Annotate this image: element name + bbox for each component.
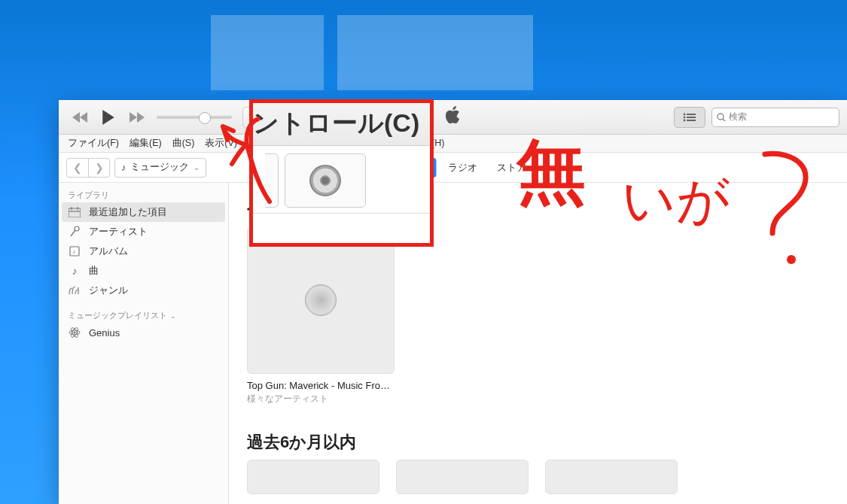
- menu-edit[interactable]: 編集(E): [125, 135, 166, 151]
- recently-added-icon: [68, 207, 81, 217]
- album-title: Top Gun: Maverick - Music Fro…: [247, 380, 395, 391]
- search-placeholder: 検索: [729, 111, 747, 123]
- genius-atom-icon: [68, 326, 81, 339]
- section-title-today: 今日: [247, 198, 829, 220]
- sidebar-item-recently-added[interactable]: 最近追加した項目: [62, 202, 225, 222]
- tab-library[interactable]: ライブラリ: [372, 158, 436, 178]
- sidebar-item-label: 最近追加した項目: [89, 205, 167, 219]
- apple-logo-icon: [446, 106, 461, 129]
- main-content: 今日 Top Gun: Maverick - Music Fro… 様々なアーテ…: [229, 183, 847, 504]
- tab-store[interactable]: ストア: [489, 158, 534, 178]
- media-type-label: ミュージック: [130, 161, 189, 174]
- sidebar-item-label: アーティスト: [89, 225, 148, 238]
- album-icon: ♪: [68, 246, 81, 257]
- svg-point-8: [718, 114, 724, 120]
- transport-controls: [66, 107, 151, 128]
- album-card-placeholder[interactable]: [247, 460, 379, 494]
- section-title-6months: 過去6か月以内: [247, 431, 829, 454]
- sidebar-item-genres[interactable]: ジャンル: [59, 281, 228, 300]
- titlebar: 検索: [59, 100, 847, 135]
- svg-point-21: [74, 332, 76, 334]
- nav-row: ❮ ❯ ♪ ミュージック ⌄ ライブラリ ラジオ ストア: [59, 153, 847, 183]
- music-note-icon: ♪: [121, 162, 126, 173]
- album-art-placeholder: [247, 226, 395, 374]
- menu-account[interactable]: アカウント(A): [325, 135, 396, 151]
- menu-view[interactable]: 表示(V): [200, 135, 242, 151]
- svg-rect-5: [687, 117, 696, 118]
- chevron-down-icon: ⌄: [170, 312, 176, 320]
- sidebar-item-label: ジャンル: [89, 284, 128, 297]
- chevron-updown-icon: ⌄: [193, 163, 200, 172]
- prev-track-button[interactable]: [66, 107, 93, 128]
- menu-help[interactable]: ヘルプ(H): [398, 135, 449, 151]
- nav-forward-button[interactable]: ❯: [88, 159, 109, 177]
- svg-text:♪: ♪: [72, 248, 75, 255]
- sidebar-item-genius[interactable]: Genius: [59, 323, 228, 342]
- sidebar-header-playlists[interactable]: ミュージックプレイリスト ⌄: [59, 306, 228, 323]
- disc-placeholder-icon: [305, 284, 337, 316]
- svg-point-6: [684, 119, 686, 121]
- sidebar-item-label: アルバム: [89, 244, 128, 258]
- svg-line-15: [71, 230, 75, 236]
- menu-control[interactable]: コントロール(C): [243, 135, 324, 151]
- album-card-placeholder[interactable]: [545, 460, 678, 494]
- svg-rect-3: [687, 114, 696, 115]
- itunes-window: 検索 ファイル(F) 編集(E) 曲(S) 表示(V) コントロール(C) アカ…: [59, 100, 847, 504]
- play-button[interactable]: [95, 107, 122, 128]
- menu-file[interactable]: ファイル(F): [63, 135, 123, 151]
- svg-point-1: [255, 114, 259, 118]
- search-input[interactable]: 検索: [711, 108, 839, 127]
- svg-rect-7: [687, 120, 696, 121]
- tab-radio[interactable]: ラジオ: [440, 158, 485, 178]
- sidebar-item-albums[interactable]: ♪ アルバム: [59, 241, 228, 261]
- svg-point-4: [684, 116, 686, 118]
- view-mode-button[interactable]: [674, 107, 705, 128]
- album-card[interactable]: Top Gun: Maverick - Music Fro… 様々なアーティスト: [247, 226, 395, 405]
- microphone-icon: [68, 226, 81, 238]
- svg-rect-10: [69, 208, 81, 217]
- sidebar-item-artists[interactable]: アーティスト: [59, 222, 228, 241]
- album-card-placeholder[interactable]: [396, 460, 529, 494]
- svg-line-9: [723, 119, 725, 121]
- sidebar-item-label: Genius: [89, 327, 120, 339]
- nav-back-button[interactable]: ❮: [67, 159, 88, 177]
- center-tabs: ライブラリ ラジオ ストア: [372, 158, 534, 178]
- volume-slider[interactable]: [157, 116, 232, 119]
- next-track-button[interactable]: [123, 107, 151, 128]
- svg-point-2: [684, 113, 686, 115]
- song-note-icon: ♪: [68, 265, 81, 277]
- sidebar-item-songs[interactable]: ♪ 曲: [59, 261, 228, 281]
- album-subtitle: 様々なアーティスト: [247, 393, 395, 405]
- sidebar-item-label: 曲: [89, 264, 99, 278]
- airplay-button[interactable]: [242, 107, 271, 128]
- menu-song[interactable]: 曲(S): [168, 135, 200, 151]
- genre-icon: [68, 285, 81, 296]
- search-icon: [717, 113, 726, 122]
- media-type-dropdown[interactable]: ♪ ミュージック ⌄: [114, 158, 206, 178]
- menubar: ファイル(F) 編集(E) 曲(S) 表示(V) コントロール(C) アカウント…: [59, 135, 847, 153]
- sidebar-header-library: ライブラリ: [59, 186, 228, 202]
- sidebar: ライブラリ 最近追加した項目 アーティスト ♪ アルバム ♪: [59, 183, 229, 504]
